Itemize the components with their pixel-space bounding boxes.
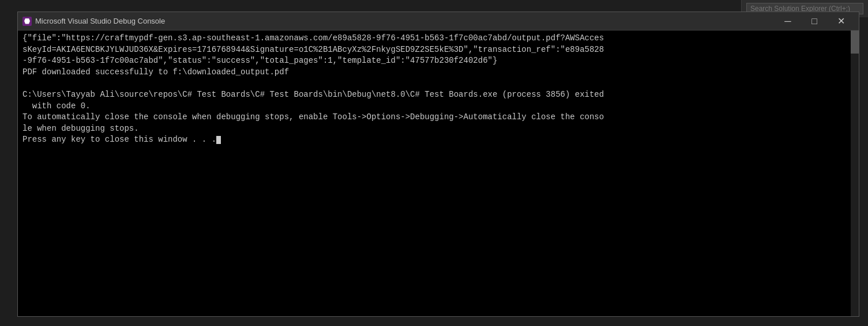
console-output: {"file":"https://craftmypdf-gen.s3.ap-so… [22,33,854,146]
vs-icon [22,17,32,26]
window-title: Microsoft Visual Studio Debug Console [35,17,775,25]
title-bar: Microsoft Visual Studio Debug Console ─ … [18,12,859,31]
window-controls: ─ □ ✕ [775,12,854,31]
scrollbar-thumb[interactable] [851,31,859,54]
console-line7: with code 0. [22,101,91,111]
debug-console-window: Microsoft Visual Studio Debug Console ─ … [17,12,859,317]
console-line3: -9f76-4951-b563-1f7c00ac7abd","status":"… [22,56,497,65]
scrollbar[interactable] [851,31,859,316]
console-line6: C:\Users\Tayyab Ali\source\repos\C# Test… [22,90,604,99]
console-line1: {"file":"https://craftmypdf-gen.s3.ap-so… [22,33,604,43]
console-line8: To automatically close the console when … [22,112,604,122]
console-line2: sKeyId=AKIA6ENCBKJYLWJUD36X&Expires=1716… [22,45,604,54]
console-line4: PDF downloaded successfully to f:\downlo… [22,67,289,77]
console-content: {"file":"https://craftmypdf-gen.s3.ap-so… [18,31,859,316]
minimize-button[interactable]: ─ [775,12,801,31]
console-line9: le when debugging stops. [22,124,139,133]
console-line10: Press any key to close this window . . . [22,135,216,144]
cursor-blink [216,136,221,144]
close-button[interactable]: ✕ [828,12,854,31]
restore-button[interactable]: □ [801,12,828,31]
vs-icon-shape [24,18,30,24]
